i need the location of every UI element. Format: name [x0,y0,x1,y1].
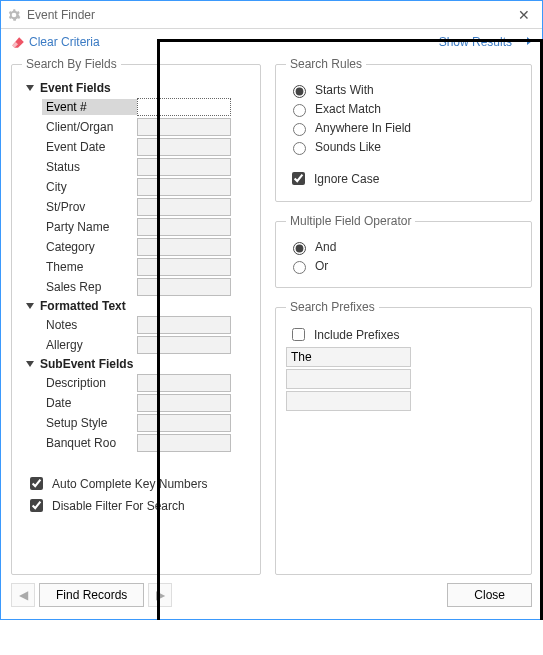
auto-complete-input[interactable] [30,477,43,490]
field-input[interactable] [137,238,231,256]
tree-group[interactable]: Event Fields [26,81,250,95]
search-rules-group: Search Rules Starts WithExact MatchAnywh… [275,57,532,202]
disable-filter-input[interactable] [30,499,43,512]
field-input[interactable] [137,434,231,452]
search-rule-option[interactable]: Sounds Like [288,139,521,155]
disable-filter-label: Disable Filter For Search [52,499,185,513]
tree-group[interactable]: SubEvent Fields [26,357,250,371]
tree-row[interactable]: Sales Rep [42,277,250,297]
multiple-field-operator-group: Multiple Field Operator AndOr [275,214,532,288]
field-input[interactable] [137,218,231,236]
field-input[interactable] [137,258,231,276]
titlebar: Event Finder ✕ [1,1,542,29]
field-input[interactable] [137,158,231,176]
field-label: Party Name [42,219,137,235]
search-rule-option[interactable]: Starts With [288,82,521,98]
find-records-button[interactable]: Find Records [39,583,144,607]
caret-down-icon [26,85,34,91]
prefix-input[interactable] [286,391,411,411]
toolbar: Clear Criteria Show Results [1,29,542,57]
search-rule-radio[interactable] [293,104,306,117]
field-input[interactable] [137,336,231,354]
tree-row[interactable]: Banquet Roo [42,433,250,453]
search-by-fields-group: Search By Fields Event FieldsEvent #Clie… [11,57,261,575]
mfo-radio[interactable] [293,242,306,255]
search-rule-option[interactable]: Anywhere In Field [288,120,521,136]
tree-row[interactable]: Date [42,393,250,413]
ignore-case-checkbox[interactable]: Ignore Case [288,169,521,188]
field-label: Category [42,239,137,255]
tree-row[interactable]: Notes [42,315,250,335]
field-input[interactable] [137,394,231,412]
search-rule-label: Starts With [315,83,374,97]
auto-complete-label: Auto Complete Key Numbers [52,477,207,491]
close-button[interactable]: Close [447,583,532,607]
search-rule-label: Exact Match [315,102,381,116]
search-rule-label: Anywhere In Field [315,121,411,135]
field-label: Description [42,375,137,391]
search-rules-legend: Search Rules [286,57,366,71]
field-input[interactable] [137,138,231,156]
field-label: Setup Style [42,415,137,431]
eraser-icon [11,36,25,48]
chevron-left-icon: ◀ [19,588,28,602]
field-label: Status [42,159,137,175]
show-results-link[interactable]: Show Results [439,35,532,49]
field-input[interactable] [137,118,231,136]
tree-row[interactable]: Event Date [42,137,250,157]
prefix-input[interactable] [286,369,411,389]
tree-row[interactable]: Event # [42,97,250,117]
tree-row[interactable]: Client/Organ [42,117,250,137]
mfo-radio[interactable] [293,261,306,274]
tree-group[interactable]: Formatted Text [26,299,250,313]
tree-row[interactable]: Theme [42,257,250,277]
search-rule-radio[interactable] [293,142,306,155]
field-input[interactable] [137,278,231,296]
include-prefixes-label: Include Prefixes [314,328,399,342]
field-label: City [42,179,137,195]
caret-down-icon [26,361,34,367]
tree-row[interactable]: Status [42,157,250,177]
search-prefixes-group: Search Prefixes Include Prefixes [275,300,532,575]
close-icon[interactable]: ✕ [512,7,536,23]
tree-row[interactable]: City [42,177,250,197]
ignore-case-label: Ignore Case [314,172,379,186]
field-input[interactable] [137,414,231,432]
tree-group-label: Formatted Text [40,299,126,313]
tree-row[interactable]: St/Prov [42,197,250,217]
mfo-option[interactable]: And [288,239,521,255]
include-prefixes-input[interactable] [292,328,305,341]
tree-row[interactable]: Setup Style [42,413,250,433]
tree-row[interactable]: Category [42,237,250,257]
next-button[interactable]: ▶ [148,583,172,607]
search-rule-option[interactable]: Exact Match [288,101,521,117]
disable-filter-checkbox[interactable]: Disable Filter For Search [26,496,250,515]
field-input[interactable] [137,178,231,196]
mfo-option[interactable]: Or [288,258,521,274]
search-by-fields-legend: Search By Fields [22,57,121,71]
field-input[interactable] [137,98,231,116]
fields-tree: Event FieldsEvent #Client/OrganEvent Dat… [22,79,250,453]
auto-complete-checkbox[interactable]: Auto Complete Key Numbers [26,474,250,493]
event-finder-window: Event Finder ✕ Clear Criteria Show Resul… [0,0,543,620]
mfo-legend: Multiple Field Operator [286,214,415,228]
prefix-input[interactable] [286,347,411,367]
tree-row[interactable]: Description [42,373,250,393]
tree-row[interactable]: Allergy [42,335,250,355]
search-rule-radio[interactable] [293,85,306,98]
field-label: Event Date [42,139,137,155]
include-prefixes-checkbox[interactable]: Include Prefixes [288,325,521,344]
gear-icon [7,8,21,22]
field-input[interactable] [137,198,231,216]
tree-row[interactable]: Party Name [42,217,250,237]
field-label: Theme [42,259,137,275]
prev-button[interactable]: ◀ [11,583,35,607]
field-input[interactable] [137,374,231,392]
search-rule-radio[interactable] [293,123,306,136]
field-label: Event # [42,99,137,115]
clear-criteria-link[interactable]: Clear Criteria [11,35,100,49]
field-input[interactable] [137,316,231,334]
ignore-case-input[interactable] [292,172,305,185]
field-label: Allergy [42,337,137,353]
field-label: Date [42,395,137,411]
